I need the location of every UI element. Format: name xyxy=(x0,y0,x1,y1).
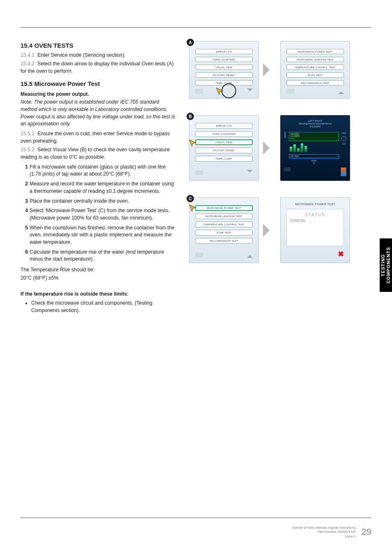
oven-tests-screen: MICROWAVE POWER TEST MICROWAVE LEAKAGE T… xyxy=(189,197,259,263)
step-item: 6Calculate the temperature rise of the w… xyxy=(30,249,177,263)
menu-factory-reset[interactable]: FACTORY RESET xyxy=(195,72,253,78)
back-icon[interactable] xyxy=(195,252,203,257)
outside-limits-list: Check the microwave circuit and componen… xyxy=(31,300,177,314)
back-icon[interactable] xyxy=(284,167,291,171)
menu-recommission-test[interactable]: RECOMMISSION TEST xyxy=(195,238,253,244)
figure-badge-a: A xyxy=(187,39,194,46)
section-tab: TESTING COMPONENTS xyxy=(380,238,392,292)
para-num: 15.5.2 xyxy=(21,147,35,153)
step-item: 3Place the container centrally inside th… xyxy=(30,198,177,205)
para-15-4-2: 15.4.2 Select the down arrow to display … xyxy=(21,60,177,75)
menu-mw-power-test[interactable]: MICROWAVE POWER TEST xyxy=(286,49,344,54)
vv-filter-box: FILTER xyxy=(289,154,339,158)
figure-c: C MICROWAVE POWER TEST MICROWAVE LEAKAGE… xyxy=(189,197,371,263)
menu-recommission-test[interactable]: RECOMMISSION TEST xyxy=(286,80,344,86)
power-output-note: Note: The power output is established un… xyxy=(21,99,177,128)
para-text: Select Visual View (B) to check the oven… xyxy=(21,147,170,160)
footer-line2: Part Number 32Z3814 US xyxy=(292,530,356,534)
fan-icon xyxy=(341,136,346,141)
measuring-output-label: Measuring the power output. xyxy=(21,91,177,98)
service-menu-screen: ERROR LOG OVEN COUNTERS VISUAL VIEW FACT… xyxy=(189,115,259,181)
screen-title: MICROWAVE POWER TEST xyxy=(286,203,344,206)
back-icon[interactable] xyxy=(195,170,203,175)
menu-soak-test[interactable]: SOAK TEST xyxy=(286,72,344,78)
oven-tests-screen: MICROWAVE POWER TEST MICROWAVE LEAKAGE T… xyxy=(280,41,350,99)
vv-heater-box: HEATER 0.0 AMPS 0 °C xyxy=(289,132,339,141)
running-text: RUNNING... xyxy=(290,219,340,223)
heading-text: Microwave Power Test xyxy=(34,80,100,87)
cursor-pointer-icon xyxy=(187,204,198,213)
para-15-5-2: 15.5.2 Select Visual View (B) to check t… xyxy=(21,146,177,161)
gauge-icon xyxy=(341,167,346,176)
vv-side-fan-label: FAN xyxy=(342,132,346,134)
section-15-5-heading: 15.5 Microwave Power Test xyxy=(21,79,177,88)
para-15-4-1: 15.4.1 Enter Service mode (Servicing sec… xyxy=(21,52,177,59)
vv-ax-label: 0 X xyxy=(342,143,346,145)
menu-temp-control-test[interactable]: TEMPERATURE CONTROL TEST xyxy=(195,222,253,227)
step-item: 4Select ‘Microwave Power Test’ (C) from … xyxy=(30,207,177,222)
figure-badge-c: C xyxy=(187,195,194,202)
vv-door-label: DOOR xyxy=(284,132,286,138)
heading-num: 15.5 xyxy=(21,80,32,87)
vv-right-panel: FAN 0 X xyxy=(341,132,346,164)
menu-mw-leakage-test[interactable]: MICROWAVE LEAKAGE TEST xyxy=(195,213,253,219)
menu-temp-comp[interactable]: TEMP. COMP. xyxy=(195,156,253,162)
vv-left-right-label: LEFT RIGHT xyxy=(284,120,346,123)
vv-amps-label: 0.0 AMPS xyxy=(284,125,346,128)
vv-bars xyxy=(289,142,339,153)
step-text: When the countdown has finished, remove … xyxy=(30,225,174,245)
para-15-5-1: 15.5.1 Ensure the oven is cold, then ent… xyxy=(21,130,177,145)
menu-soak-test[interactable]: SOAK TEST xyxy=(195,230,253,236)
procedure-steps-list: 1Fill a microwave safe container (glass … xyxy=(21,164,177,263)
temp-rise-value: 20°C (68°F) ±5% xyxy=(21,275,177,282)
menu-factory-reset[interactable]: FACTORY RESET xyxy=(195,148,253,153)
para-num: 15.4.2 xyxy=(21,61,35,67)
arrow-right-icon xyxy=(263,63,276,76)
menu-oven-counters[interactable]: OVEN COUNTERS xyxy=(195,131,253,137)
close-icon[interactable]: ✖ xyxy=(338,250,344,259)
arrow-up-icon[interactable] xyxy=(338,88,344,94)
back-icon[interactable] xyxy=(286,89,295,94)
list-item: Check the microwave circuit and componen… xyxy=(31,300,177,314)
menu-visual-view[interactable]: VISUAL VIEW xyxy=(195,139,253,145)
figure-a: A ERROR LOG OVEN COUNTERS VISUAL VIEW FA… xyxy=(189,41,371,99)
para-text: Enter Service mode (Servicing section). xyxy=(37,52,125,58)
heading-num: 15.4 xyxy=(21,42,32,49)
menu-oven-counters[interactable]: OVEN COUNTERS xyxy=(195,57,253,62)
figure-badge-b: B xyxy=(187,113,194,120)
section-15-4-heading: 15.4 OVEN TESTS xyxy=(21,41,177,50)
back-icon[interactable] xyxy=(195,89,203,94)
para-num: 15.4.1 xyxy=(21,52,35,58)
mw-power-test-running-screen: MICROWAVE POWER TEST STATUS RUNNING... ✖ xyxy=(280,197,350,263)
vv-heater-temp: 0 °C xyxy=(291,138,337,140)
page-number: 29 xyxy=(362,527,371,537)
vv-magnetron-label: MAGNETRON MAGNETRON xyxy=(284,123,346,125)
vv-header: LEFT RIGHT MAGNETRON MAGNETRON 0.0 AMPS xyxy=(284,120,346,129)
para-text: Ensure the oven is cold, then enter Serv… xyxy=(21,131,170,144)
cursor-pointer-icon xyxy=(214,87,226,96)
step-item: 2Measure and record the water temperatur… xyxy=(30,180,177,195)
menu-temp-comp[interactable]: TEMP. COMP. xyxy=(195,80,253,86)
temp-rise-label: The Temperature Rise should be: xyxy=(21,266,177,274)
menu-visual-view[interactable]: VISUAL VIEW xyxy=(195,65,253,70)
cursor-pointer-icon xyxy=(187,139,198,148)
section-tab-label: TESTING COMPONENTS xyxy=(380,247,391,284)
menu-temp-control-test[interactable]: TEMPERATURE CONTROL TEST xyxy=(286,65,344,70)
menu-mw-power-test[interactable]: MICROWAVE POWER TEST xyxy=(195,205,253,211)
step-item: 5When the countdown has finished, remove… xyxy=(30,224,177,246)
step-text: Place the container centrally inside the… xyxy=(30,198,129,204)
status-label: STATUS xyxy=(290,213,340,217)
heading-text: OVEN TESTS xyxy=(34,42,73,49)
arrow-down-icon[interactable] xyxy=(247,170,253,176)
footer-line3: Issue 1 xyxy=(292,534,356,539)
visual-view-screen: LEFT RIGHT MAGNETRON MAGNETRON 0.0 AMPS … xyxy=(280,115,350,181)
arrow-right-icon xyxy=(263,224,276,237)
step-text: Measure and record the water temperature… xyxy=(30,181,174,194)
arrow-up-icon[interactable] xyxy=(247,252,253,258)
vv-door-scale: DOOR xyxy=(284,132,286,164)
menu-error-log[interactable]: ERROR LOG xyxy=(195,123,253,129)
menu-error-log[interactable]: ERROR LOG xyxy=(195,49,253,54)
arrow-down-icon[interactable] xyxy=(247,88,253,94)
para-num: 15.5.1 xyxy=(21,131,35,136)
menu-mw-leakage-test[interactable]: MICROWAVE LEAKAGE TEST xyxy=(286,57,344,62)
